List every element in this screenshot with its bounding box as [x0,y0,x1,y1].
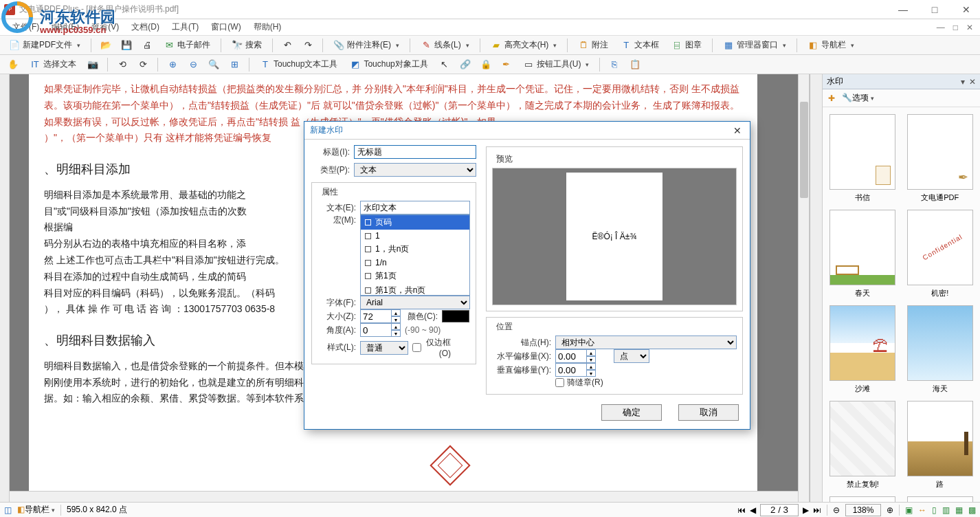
zoom-in-status-button[interactable]: ⊕ [887,505,893,515]
fit-page-icon[interactable]: ▣ [905,505,913,515]
horizontal-scrollbar[interactable] [10,491,798,502]
rotate-right-icon: ⟳ [137,59,148,70]
title-input[interactable] [354,145,476,159]
attach-note-button[interactable]: 📎附件注释(E) [328,38,404,53]
paste-button[interactable]: 📋 [626,57,644,72]
snapshot-button[interactable]: 📷 [84,57,102,72]
panel-menu-button[interactable]: ▾ [961,77,965,87]
menu-tools[interactable]: 工具(T) [172,21,199,33]
font-select[interactable]: Arial [360,296,470,309]
angle-spinner[interactable]: ▲▼ [360,323,401,337]
zoom-marquee-button[interactable]: 🔍 [205,57,223,72]
watermark-item[interactable]: 海天 [906,305,975,394]
sidebar-icon: ◧ [17,505,25,514]
facing-icon[interactable]: ▦ [955,505,963,515]
size-spinner[interactable]: ▲▼ [360,309,401,323]
continuous-icon[interactable]: ▥ [942,505,950,515]
nav-panel-button[interactable]: ◧导航栏 [803,38,859,53]
watermark-item[interactable]: 路 [906,401,975,490]
watermark-item[interactable]: 春天 [828,210,898,298]
highlight-button[interactable]: ▰高亮文本(H) [486,38,562,53]
lines-button[interactable]: ✎线条(L) [416,38,474,53]
touchup-object-button[interactable]: ◩Touchup对象工具 [345,57,432,72]
watermark-item[interactable]: ✒文电通PDF [906,114,975,203]
redo-button[interactable]: ↷ [299,38,317,53]
new-pdf-button[interactable]: 📄新建PDF文件 [4,38,85,53]
scroll-thumb[interactable] [800,102,808,198]
sign-tool-button[interactable]: ✒ [498,57,515,72]
anchor-select[interactable]: 相对中心 [555,336,737,349]
zoom-out-button[interactable]: ⊖ [184,57,202,72]
select-text-button[interactable]: IT选择文本 [25,57,81,72]
hoffset-spinner[interactable]: ▲▼ [555,349,596,363]
vertical-scrollbar[interactable] [798,74,809,502]
macro-listbox[interactable]: 页码 1 1，共n页 1/n 第1页 第1页，共n页 日期时间 月/日 [360,214,470,296]
first-page-button[interactable]: ⏮ [737,505,746,515]
hand-tool-button[interactable]: ✋ [4,57,22,72]
search-button[interactable]: 🔭搜索 [227,38,267,53]
doc-close-button[interactable]: ✕ [966,23,973,32]
watermark-item[interactable] [828,496,898,502]
rotate-ccw-button[interactable]: ⟲ [113,57,131,72]
color-picker[interactable] [442,310,469,322]
watermark-item[interactable]: 禁止复制! [828,401,898,490]
panel-options-button[interactable]: 🔧选项 [842,92,874,104]
outline-checkbox[interactable]: 仅边框(O) [412,337,451,358]
copy-button[interactable]: ⎘ [605,57,623,72]
last-page-button[interactable]: ⏭ [813,505,821,515]
actual-size-button[interactable]: ⊞ [225,57,243,72]
doc-restore-button[interactable]: □ [953,23,958,32]
textbox-button[interactable]: T文本框 [616,38,664,53]
touchup-text-button[interactable]: TTouchup文本工具 [255,57,342,72]
email-button[interactable]: ✉电子邮件 [159,38,215,53]
style-select[interactable]: 普通 [360,341,408,355]
link-tool-button[interactable]: 🔗 [456,57,474,72]
save-button[interactable]: 💾 [118,38,135,53]
open-button[interactable]: 📂 [97,38,115,53]
watermark-text-input[interactable] [360,201,470,214]
window-minimize-button[interactable]: — [893,3,913,16]
zoom-out-status-button[interactable]: ⊖ [833,505,840,515]
type-select[interactable]: 文本 [354,163,476,177]
dialog-close-button[interactable]: ✕ [731,124,744,138]
lock-tool-button[interactable]: 🔒 [477,57,495,72]
panel-title: 水印 [827,76,843,87]
watermark-item[interactable]: Confidential机密! [906,210,975,298]
menu-window[interactable]: 窗口(W) [211,21,241,33]
manager-window-button[interactable]: ▦管理器窗口 [718,38,791,53]
bookmark-pane-icon[interactable]: ◫ [4,505,12,515]
stamp-button[interactable]: ⌸图章 [667,38,706,53]
next-page-button[interactable]: ▶ [803,505,809,515]
page-input[interactable] [760,504,799,516]
note-button[interactable]: 🗒附注 [573,38,613,53]
print-button[interactable]: 🖨 [138,38,156,53]
doc-minimize-button[interactable]: — [937,23,945,32]
watermark-item[interactable] [906,496,975,502]
new-watermark-dialog: 新建水印 ✕ 标题(I): 类型(P): 文本 属性 文本(E): 宏(M): … [304,121,750,430]
menu-help[interactable]: 帮助(H) [254,21,282,33]
undo-button[interactable]: ↶ [278,38,296,53]
voffset-spinner[interactable]: ▲▼ [555,363,596,377]
watermark-item[interactable]: ⛱沙滩 [828,305,898,394]
fit-width-icon[interactable]: ↔ [918,505,926,515]
nav-dropdown[interactable]: ◧导航栏 [17,504,55,516]
ok-button[interactable]: 确定 [601,404,662,421]
panel-close-button[interactable]: ✕ [969,77,976,87]
continuous-facing-icon[interactable]: ▩ [968,505,976,515]
panel-grip[interactable] [810,74,823,502]
prev-page-button[interactable]: ◀ [750,505,756,515]
rotate-cw-button[interactable]: ⟳ [134,57,152,72]
unit-select[interactable]: 点 [614,349,649,363]
zoom-in-button[interactable]: ⊕ [164,57,181,72]
single-page-icon[interactable]: ▯ [932,505,937,515]
pointer-tool-button[interactable]: ↖ [436,57,454,72]
tile-checkbox[interactable]: 骑缝章(R) [555,377,614,388]
watermark-item[interactable]: 书信 [828,114,898,203]
button-tool-button[interactable]: ▭按钮工具(U) [518,57,594,72]
window-close-button[interactable]: ✕ [957,3,976,16]
window-maximize-button[interactable]: □ [925,3,944,16]
add-watermark-icon[interactable]: ✚ [828,94,835,103]
cancel-button[interactable]: 取消 [678,404,739,421]
menu-document[interactable]: 文档(D) [131,21,159,33]
zoom-value[interactable]: 138% [845,504,881,516]
